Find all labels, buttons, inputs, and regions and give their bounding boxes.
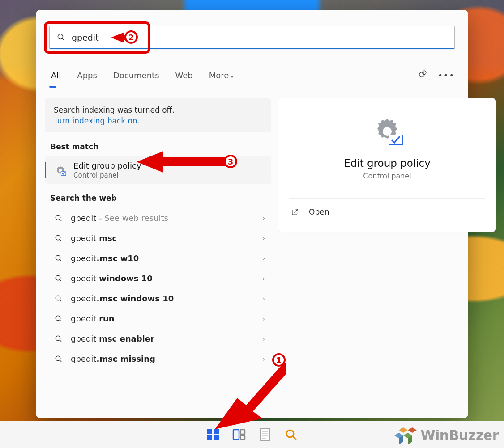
indexing-notice: Search indexing was turned off. Turn ind… [45,98,271,132]
svg-rect-28 [214,429,219,434]
svg-point-14 [56,296,60,300]
best-match-title: Edit group policy [73,161,141,170]
notepad-icon[interactable] [257,427,273,443]
search-icon [55,254,63,262]
svg-line-17 [60,320,61,321]
svg-rect-34 [260,429,270,440]
preview-panel: Edit group policy Control panel Open [278,98,496,232]
chevron-right-icon: › [262,215,265,222]
section-search-web: Search the web [50,194,271,203]
chevron-right-icon: › [262,315,265,322]
gear-check-icon [54,164,67,177]
svg-line-15 [60,300,61,301]
svg-marker-42 [408,427,417,433]
web-result-2[interactable]: gpedit.msc w10 › [45,248,271,268]
svg-line-13 [60,279,61,281]
tab-active-indicator [49,86,56,88]
search-icon [55,315,63,323]
chevron-down-icon: ▾ [231,73,233,80]
svg-point-16 [56,316,60,321]
best-match-result[interactable]: Edit group policy Control panel [45,156,271,184]
filter-tabs: All Apps Documents Web More▾ ••• [49,63,455,88]
svg-line-11 [60,259,61,261]
chat-icon[interactable] [418,69,428,81]
results-left-column: Search indexing was turned off. Turn ind… [45,98,271,369]
start-button[interactable] [205,427,221,443]
gear-check-icon [369,115,405,151]
section-best-match: Best match [50,142,271,151]
search-icon [55,355,63,363]
svg-point-18 [56,336,60,341]
chevron-right-icon: › [262,275,265,282]
svg-rect-33 [240,435,245,440]
svg-marker-41 [399,427,408,433]
svg-line-19 [60,340,61,342]
svg-point-12 [56,275,60,280]
svg-rect-32 [240,430,245,434]
everything-search-icon[interactable] [283,427,299,443]
search-icon [55,335,63,343]
search-icon [55,234,63,242]
watermark-logo-icon [394,426,417,444]
open-label: Open [309,207,329,216]
tab-documents[interactable]: Documents [111,67,161,84]
search-panel: All Apps Documents Web More▾ ••• Search … [36,10,468,418]
indexing-message: Search indexing was turned off. [54,106,262,114]
web-result-5[interactable]: gpedit run › [45,309,271,329]
web-result-1[interactable]: gpedit msc › [45,228,271,248]
svg-line-1 [62,38,64,40]
svg-rect-31 [233,430,239,440]
divider [289,198,485,199]
taskview-button[interactable] [231,427,247,443]
chevron-right-icon: › [262,335,265,342]
svg-point-20 [56,356,60,361]
svg-point-2 [419,72,424,77]
search-icon [55,214,63,222]
svg-point-10 [56,255,60,260]
web-result-3[interactable]: gpedit windows 10 › [45,268,271,288]
search-icon [55,295,63,303]
open-external-icon [291,208,299,216]
svg-point-0 [58,34,63,39]
tab-apps[interactable]: Apps [75,67,99,84]
web-result-4[interactable]: gpedit.msc windows 10 › [45,288,271,309]
indexing-link[interactable]: Turn indexing back on. [54,116,262,125]
chevron-right-icon: › [262,295,265,302]
chevron-right-icon: › [262,235,265,242]
search-input[interactable] [72,33,447,42]
svg-line-21 [60,360,61,362]
svg-line-40 [293,436,296,440]
watermark: WinBuzzer [394,426,499,444]
open-action[interactable]: Open [289,203,485,221]
best-match-subtitle: Control panel [73,171,141,179]
svg-rect-29 [207,435,212,440]
web-result-6[interactable]: gpedit msc enabler › [45,329,271,349]
watermark-text: WinBuzzer [420,427,499,443]
search-icon [55,275,63,283]
web-result-0[interactable]: gpedit - See web results › [45,208,271,228]
preview-subtitle: Control panel [289,172,485,180]
svg-line-9 [60,239,61,241]
svg-rect-23 [389,135,402,145]
more-icon[interactable]: ••• [438,71,455,80]
tab-web[interactable]: Web [174,67,195,84]
svg-rect-27 [207,429,212,434]
svg-rect-30 [214,435,219,440]
tab-all[interactable]: All [49,67,63,84]
search-icon [57,33,65,42]
preview-title: Edit group policy [289,157,485,169]
search-box[interactable] [49,26,455,49]
svg-point-6 [56,215,60,220]
chevron-right-icon: › [262,255,265,262]
svg-line-7 [60,219,61,221]
web-result-7[interactable]: gpedit.msc missing › [45,349,271,369]
tab-more[interactable]: More▾ [207,67,235,84]
svg-point-8 [56,235,60,240]
chevron-right-icon: › [262,355,265,363]
